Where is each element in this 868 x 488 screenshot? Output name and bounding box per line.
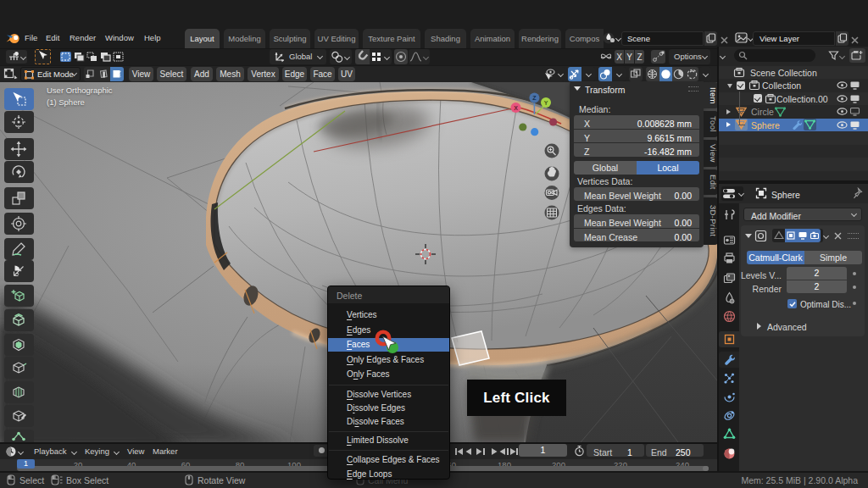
- svg-text:Z: Z: [532, 95, 537, 101]
- svg-text:X: X: [514, 105, 518, 111]
- svg-text:Y: Y: [544, 100, 548, 106]
